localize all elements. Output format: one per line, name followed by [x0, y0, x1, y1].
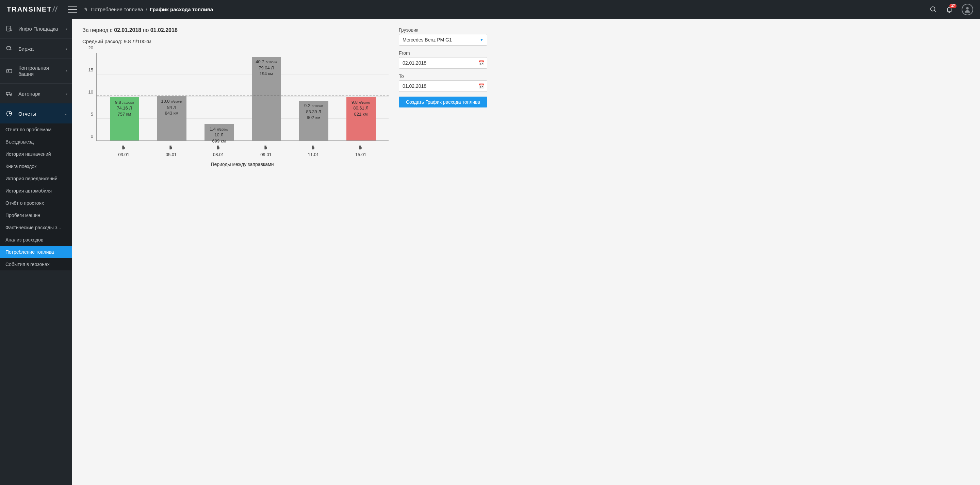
- nav-item-4[interactable]: Отчеты⌄: [0, 103, 72, 124]
- from-date-input[interactable]: 02.01.2018 📅: [399, 57, 487, 69]
- truck-select-value: Mercedes Benz PM G1: [402, 37, 452, 43]
- subnav-item-7[interactable]: Пробеги машин: [0, 209, 72, 221]
- tower-icon: [5, 67, 14, 75]
- fuel-pump-icon: [263, 145, 269, 151]
- bar-15.01[interactable]: 9.8 Л/100км80.61 Л821 км: [347, 97, 375, 140]
- nav-item-0[interactable]: Инфо Площадка›: [0, 19, 72, 38]
- truck-label: Грузовик: [399, 27, 487, 33]
- y-tick: 0: [91, 134, 93, 139]
- breadcrumb-separator: /: [146, 6, 147, 12]
- bar-09.01[interactable]: 40.7 Л/100км79.04 Л194 км: [252, 57, 281, 140]
- fuel-pump-icon: [311, 145, 316, 151]
- menu-toggle-icon[interactable]: [68, 6, 77, 13]
- svg-rect-7: [7, 69, 12, 73]
- to-date-value: 01.02.2018: [402, 83, 426, 89]
- brand-text: TRANSINET: [7, 5, 52, 13]
- svg-point-6: [7, 46, 11, 48]
- y-tick: 15: [89, 67, 93, 72]
- chevron-icon: ›: [66, 26, 67, 31]
- svg-rect-10: [6, 92, 10, 95]
- x-tick: 03.01: [108, 145, 139, 157]
- subnav-item-1[interactable]: Въезд/выезд: [0, 136, 72, 148]
- nav-item-3[interactable]: Автопарк›: [0, 83, 72, 103]
- to-label: To: [399, 73, 487, 79]
- subnav-item-8[interactable]: Фактические расходы з...: [0, 221, 72, 234]
- chevron-icon: ›: [66, 69, 67, 73]
- reports-submenu: Отчет по проблемамВъезд/выездИстория наз…: [0, 124, 72, 270]
- pie-icon: [5, 110, 14, 117]
- bar-11.01[interactable]: 9.2 Л/100км83.39 Л902 км: [299, 101, 328, 140]
- subnav-item-11[interactable]: События в геозонах: [0, 258, 72, 270]
- calendar-icon: 📅: [479, 83, 484, 89]
- x-tick: 05.01: [156, 145, 186, 157]
- bar-05.01[interactable]: 10.0 Л/100км84 Л843 км: [157, 96, 186, 140]
- y-tick: 5: [91, 111, 93, 117]
- filter-panel: Грузовик Mercedes Benz PM G1 ▼ From 02.0…: [399, 27, 487, 108]
- y-tick: 10: [89, 89, 93, 95]
- average-text: Средний расход: 9.8 Л/100км: [82, 38, 388, 44]
- svg-point-2: [966, 7, 969, 9]
- breadcrumb-page: График расхода топлива: [150, 6, 213, 12]
- main-content: За период с 02.01.2018 по 01.02.2018 Сре…: [72, 19, 980, 485]
- y-axis: 05101520: [82, 53, 96, 141]
- x-tick: 08.01: [203, 145, 234, 157]
- chevron-icon: ⌄: [64, 111, 67, 116]
- caret-down-icon: ▼: [480, 38, 484, 42]
- coins-icon: [5, 45, 14, 52]
- subnav-item-2[interactable]: История назначений: [0, 148, 72, 160]
- svg-point-4: [9, 28, 11, 30]
- subnav-item-0[interactable]: Отчет по проблемам: [0, 124, 72, 136]
- x-axis: 03.0105.0108.0109.0111.0115.01: [96, 145, 388, 157]
- x-tick: 15.01: [345, 145, 376, 157]
- nav-item-2[interactable]: Контрольнаябашня›: [0, 59, 72, 83]
- subnav-item-9[interactable]: Анализ расходов: [0, 234, 72, 246]
- generate-chart-button[interactable]: Создать График расхода топлива: [399, 97, 487, 108]
- subnav-item-6[interactable]: Отчёт о простоях: [0, 197, 72, 209]
- notifications-icon[interactable]: 37: [946, 6, 953, 13]
- fuel-pump-icon: [358, 145, 363, 151]
- fuel-pump-icon: [216, 145, 221, 151]
- svg-line-5: [11, 30, 12, 31]
- subnav-item-10[interactable]: Потребление топлива: [0, 246, 72, 258]
- fuel-pump-icon: [169, 145, 174, 151]
- chevron-icon: ›: [66, 46, 67, 51]
- chart-column: За период с 02.01.2018 по 01.02.2018 Сре…: [82, 27, 388, 158]
- search-icon[interactable]: [930, 6, 937, 13]
- x-tick: 11.01: [298, 145, 329, 157]
- fuel-pump-icon: [121, 145, 127, 151]
- notifications-badge: 37: [950, 4, 956, 8]
- brand-slashes-icon: //: [52, 5, 57, 13]
- period-text: За период с 02.01.2018 по 01.02.2018: [82, 27, 388, 33]
- truck-icon: [5, 90, 14, 97]
- svg-point-12: [10, 95, 11, 95]
- breadcrumb-up-icon[interactable]: ↰: [84, 7, 88, 12]
- from-label: From: [399, 50, 487, 56]
- x-tick: 09.01: [251, 145, 282, 157]
- plot-area: 9.8 Л/100км74.16 Л757 км10.0 Л/100км84 Л…: [96, 53, 388, 141]
- fuel-chart: 05101520 9.8 Л/100км74.16 Л757 км10.0 Л/…: [82, 53, 388, 158]
- brand-logo[interactable]: TRANSINET//: [7, 5, 58, 13]
- sidebar: Инфо Площадка›Биржа›Контрольнаябашня›Авт…: [0, 19, 72, 485]
- chevron-icon: ›: [66, 91, 67, 96]
- truck-select[interactable]: Mercedes Benz PM G1 ▼: [399, 34, 487, 46]
- bar-08.01[interactable]: 1.4 Л/100км10 Л699 км: [205, 124, 234, 140]
- from-date-value: 02.01.2018: [402, 60, 426, 66]
- bar-03.01[interactable]: 9.8 Л/100км74.16 Л757 км: [110, 97, 139, 140]
- svg-point-0: [931, 6, 935, 11]
- svg-line-1: [934, 10, 936, 12]
- search-doc-icon: [5, 25, 14, 32]
- to-date-input[interactable]: 01.02.2018 📅: [399, 80, 487, 92]
- avatar[interactable]: [962, 4, 973, 15]
- nav-item-1[interactable]: Биржа›: [0, 38, 72, 59]
- reference-line: [97, 95, 388, 96]
- subnav-item-4[interactable]: История передвижений: [0, 172, 72, 185]
- subnav-item-3[interactable]: Книга поездок: [0, 160, 72, 172]
- subnav-item-5[interactable]: История автомобиля: [0, 185, 72, 197]
- breadcrumb: ↰ Потребление топлива / График расхода т…: [84, 6, 213, 12]
- topbar: TRANSINET// ↰ Потребление топлива / Граф…: [0, 0, 980, 19]
- y-tick: 20: [89, 45, 93, 50]
- calendar-icon: 📅: [479, 60, 484, 66]
- breadcrumb-section[interactable]: Потребление топлива: [91, 6, 143, 12]
- x-axis-label: Периоды между заправками: [96, 162, 388, 167]
- svg-point-11: [7, 95, 8, 95]
